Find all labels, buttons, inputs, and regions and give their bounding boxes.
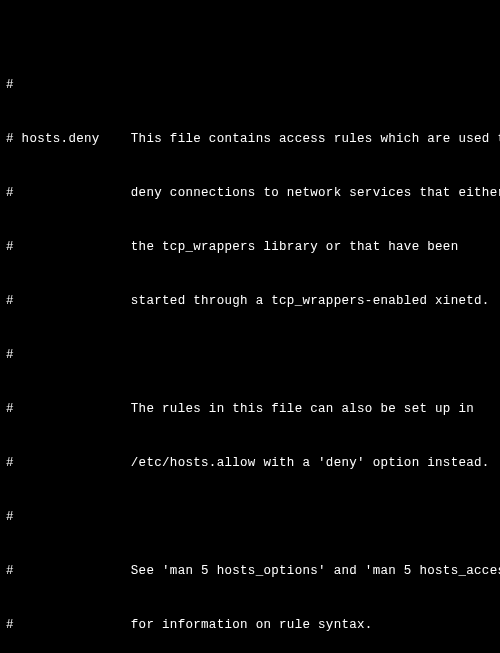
comment-line: # deny connections to network services t… (6, 184, 494, 202)
comment-line: # /etc/hosts.allow with a 'deny' option … (6, 454, 494, 472)
comment-line: # the tcp_wrappers library or that have … (6, 238, 494, 256)
comment-line: # (6, 76, 494, 94)
comment-line: # hosts.deny This file contains access r… (6, 130, 494, 148)
comment-line: # (6, 508, 494, 526)
comment-line: # (6, 346, 494, 364)
comment-line: # started through a tcp_wrappers-enabled… (6, 292, 494, 310)
comment-line: # See 'man 5 hosts_options' and 'man 5 h… (6, 562, 494, 580)
terminal-view[interactable]: # # hosts.deny This file contains access… (0, 0, 500, 653)
comment-line: # for information on rule syntax. (6, 616, 494, 634)
comment-line: # The rules in this file can also be set… (6, 400, 494, 418)
